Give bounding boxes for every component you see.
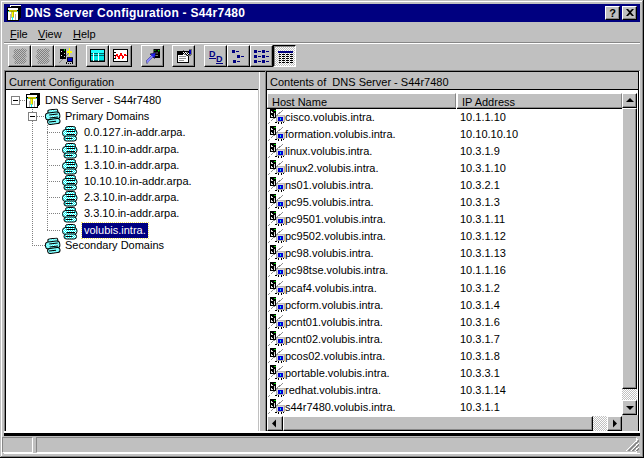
svg-text:D: D xyxy=(216,54,223,64)
svg-text:D: D xyxy=(209,49,216,59)
